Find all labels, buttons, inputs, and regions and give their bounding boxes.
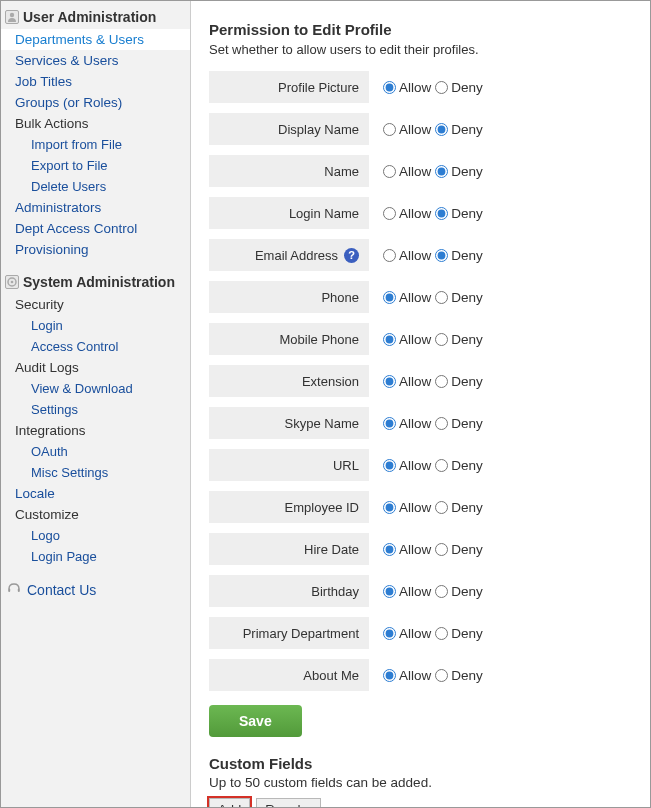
- perm-deny-radio[interactable]: [435, 291, 448, 304]
- perm-deny-label[interactable]: Deny: [435, 416, 483, 431]
- sidebar-item-access-control[interactable]: Access Control: [1, 336, 190, 357]
- perm-allow-label[interactable]: Allow: [383, 542, 431, 557]
- perm-deny-label[interactable]: Deny: [435, 374, 483, 389]
- perm-deny-label[interactable]: Deny: [435, 626, 483, 641]
- save-button[interactable]: Save: [209, 705, 302, 737]
- perm-deny-label[interactable]: Deny: [435, 668, 483, 683]
- perm-deny-label[interactable]: Deny: [435, 500, 483, 515]
- sidebar-item-customize[interactable]: Customize: [1, 504, 190, 525]
- perm-deny-radio[interactable]: [435, 207, 448, 220]
- perm-allow-radio[interactable]: [383, 375, 396, 388]
- perm-allow-radio[interactable]: [383, 123, 396, 136]
- sidebar-item-export-to-file[interactable]: Export to File: [1, 155, 190, 176]
- perm-allow-label[interactable]: Allow: [383, 584, 431, 599]
- perm-allow-text: Allow: [399, 80, 431, 95]
- sidebar-item-misc-settings[interactable]: Misc Settings: [1, 462, 190, 483]
- perm-options: AllowDeny: [369, 332, 483, 347]
- perm-allow-label[interactable]: Allow: [383, 458, 431, 473]
- sidebar-item-services-users[interactable]: Services & Users: [1, 50, 190, 71]
- perm-allow-radio[interactable]: [383, 459, 396, 472]
- perm-allow-label[interactable]: Allow: [383, 332, 431, 347]
- perm-deny-radio[interactable]: [435, 501, 448, 514]
- perm-allow-radio[interactable]: [383, 669, 396, 682]
- perm-deny-text: Deny: [451, 332, 483, 347]
- sidebar-item-dept-access-control[interactable]: Dept Access Control: [1, 218, 190, 239]
- sidebar-item-oauth[interactable]: OAuth: [1, 441, 190, 462]
- perm-allow-label[interactable]: Allow: [383, 248, 431, 263]
- perm-allow-text: Allow: [399, 206, 431, 221]
- perm-allow-radio[interactable]: [383, 165, 396, 178]
- sidebar-item-contact-us[interactable]: Contact Us: [1, 577, 190, 602]
- perm-allow-label[interactable]: Allow: [383, 290, 431, 305]
- perm-allow-radio[interactable]: [383, 501, 396, 514]
- perm-allow-label[interactable]: Allow: [383, 374, 431, 389]
- perm-deny-radio[interactable]: [435, 123, 448, 136]
- perm-deny-label[interactable]: Deny: [435, 332, 483, 347]
- perm-deny-text: Deny: [451, 542, 483, 557]
- perm-deny-label[interactable]: Deny: [435, 542, 483, 557]
- sidebar-item-login[interactable]: Login: [1, 315, 190, 336]
- sidebar-item-login-page[interactable]: Login Page: [1, 546, 190, 567]
- perm-allow-label[interactable]: Allow: [383, 500, 431, 515]
- perm-deny-label[interactable]: Deny: [435, 458, 483, 473]
- perm-deny-radio[interactable]: [435, 459, 448, 472]
- perm-deny-radio[interactable]: [435, 543, 448, 556]
- perm-allow-text: Allow: [399, 458, 431, 473]
- sidebar-item-settings[interactable]: Settings: [1, 399, 190, 420]
- perm-allow-radio[interactable]: [383, 417, 396, 430]
- sidebar-item-bulk-actions[interactable]: Bulk Actions: [1, 113, 190, 134]
- sidebar-item-departments-users[interactable]: Departments & Users: [1, 29, 190, 50]
- add-button[interactable]: Add: [209, 798, 250, 807]
- perm-allow-label[interactable]: Allow: [383, 122, 431, 137]
- sidebar-item-audit-logs[interactable]: Audit Logs: [1, 357, 190, 378]
- perm-deny-label[interactable]: Deny: [435, 206, 483, 221]
- perm-deny-label[interactable]: Deny: [435, 290, 483, 305]
- sidebar-item-import-from-file[interactable]: Import from File: [1, 134, 190, 155]
- perm-deny-radio[interactable]: [435, 333, 448, 346]
- sidebar-item-delete-users[interactable]: Delete Users: [1, 176, 190, 197]
- perm-deny-radio[interactable]: [435, 627, 448, 640]
- perm-allow-radio[interactable]: [383, 291, 396, 304]
- perm-allow-radio[interactable]: [383, 585, 396, 598]
- perm-deny-radio[interactable]: [435, 417, 448, 430]
- page-desc: Set whether to allow users to edit their…: [209, 42, 650, 57]
- perm-allow-radio[interactable]: [383, 207, 396, 220]
- perm-allow-radio[interactable]: [383, 249, 396, 262]
- sidebar-item-security[interactable]: Security: [1, 294, 190, 315]
- sidebar-item-groups-roles[interactable]: Groups (or Roles): [1, 92, 190, 113]
- perm-allow-radio[interactable]: [383, 543, 396, 556]
- perm-deny-radio[interactable]: [435, 165, 448, 178]
- perm-allow-radio[interactable]: [383, 627, 396, 640]
- perm-allow-radio[interactable]: [383, 81, 396, 94]
- sidebar: User Administration Departments & Users …: [1, 1, 191, 807]
- perm-deny-label[interactable]: Deny: [435, 248, 483, 263]
- perm-allow-label[interactable]: Allow: [383, 80, 431, 95]
- perm-allow-label[interactable]: Allow: [383, 626, 431, 641]
- perm-deny-radio[interactable]: [435, 669, 448, 682]
- perm-deny-text: Deny: [451, 584, 483, 599]
- perm-allow-label[interactable]: Allow: [383, 206, 431, 221]
- reorder-button[interactable]: Reorder: [256, 798, 321, 807]
- sidebar-item-locale[interactable]: Locale: [1, 483, 190, 504]
- perm-deny-radio[interactable]: [435, 249, 448, 262]
- sidebar-item-administrators[interactable]: Administrators: [1, 197, 190, 218]
- perm-allow-text: Allow: [399, 416, 431, 431]
- sidebar-item-logo[interactable]: Logo: [1, 525, 190, 546]
- sidebar-item-view-download[interactable]: View & Download: [1, 378, 190, 399]
- perm-deny-label[interactable]: Deny: [435, 164, 483, 179]
- perm-deny-radio[interactable]: [435, 81, 448, 94]
- perm-deny-label[interactable]: Deny: [435, 122, 483, 137]
- sidebar-item-provisioning[interactable]: Provisioning: [1, 239, 190, 260]
- perm-allow-label[interactable]: Allow: [383, 416, 431, 431]
- sidebar-item-integrations[interactable]: Integrations: [1, 420, 190, 441]
- help-icon[interactable]: ?: [344, 248, 359, 263]
- sidebar-item-job-titles[interactable]: Job Titles: [1, 71, 190, 92]
- perm-deny-label[interactable]: Deny: [435, 584, 483, 599]
- perm-allow-label[interactable]: Allow: [383, 164, 431, 179]
- perm-deny-radio[interactable]: [435, 585, 448, 598]
- perm-deny-radio[interactable]: [435, 375, 448, 388]
- perm-allow-radio[interactable]: [383, 333, 396, 346]
- perm-deny-label[interactable]: Deny: [435, 80, 483, 95]
- perm-allow-label[interactable]: Allow: [383, 668, 431, 683]
- gear-icon: [5, 275, 19, 289]
